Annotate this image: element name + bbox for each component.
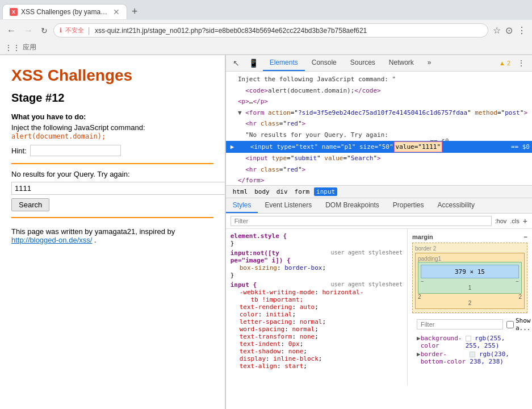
val: horizontal- — [322, 289, 363, 296]
computed-filter: Show a... — [417, 316, 523, 334]
footer-link[interactable]: http://blogged-on.de/xss/ — [11, 236, 92, 244]
hint-label: Hint: — [11, 147, 27, 155]
tab-network[interactable]: Network — [382, 55, 421, 71]
prop-expand[interactable]: ▶ — [417, 335, 421, 349]
cursor-tool-button[interactable]: ↖ — [228, 55, 244, 71]
val: none — [300, 333, 315, 340]
devtools-panel: ↖ 📱 Elements Console Sources Network » ▲… — [225, 55, 532, 409]
breadcrumb-body[interactable]: body — [252, 187, 272, 196]
tab-more[interactable]: » — [421, 55, 438, 71]
cls-button[interactable]: .cls — [510, 218, 520, 224]
tab-accessibility[interactable]: Accessibility — [431, 198, 481, 213]
tree-line[interactable]: <p>…</p> — [226, 96, 532, 107]
tab-title: XSS Challenges (by yamagata... — [21, 8, 110, 16]
tree-line[interactable]: <hr class="red"> — [226, 118, 532, 130]
tree-line[interactable]: </form> — [226, 175, 532, 185]
show-all-label[interactable]: Show a... — [506, 317, 531, 332]
color-swatch2 — [470, 352, 475, 357]
margin-row: border 2 — [415, 245, 525, 252]
apps-icon: ⋮⋮ — [5, 43, 20, 52]
tab-styles[interactable]: Styles — [226, 198, 258, 213]
val: none — [288, 348, 304, 355]
devtools-menu-button[interactable]: ⋮ — [513, 55, 530, 71]
breadcrumb-input[interactable]: input — [314, 187, 337, 196]
pad-left: − — [421, 278, 424, 285]
tab-event-listeners[interactable]: Event Listeners — [258, 198, 319, 213]
prop: word-spacing — [240, 325, 284, 333]
selector-cont-text: pe="image" i]) { — [231, 257, 291, 264]
margin-label2: border 2 — [415, 245, 436, 252]
security-icon: ℹ — [60, 27, 62, 34]
page-title: XSS Challenges — [11, 66, 213, 85]
prop-expand2[interactable]: ▶ — [417, 350, 421, 365]
computed-filter-input[interactable] — [417, 319, 503, 329]
task-desc-text: Inject the following JavaScript command: — [11, 123, 145, 132]
hov-button[interactable]: :hov — [495, 218, 507, 224]
rule-text-rendering: text-rendering: auto; — [231, 303, 403, 311]
devtools-actions: ▲ 2 ⋮ — [499, 55, 530, 71]
tab-sources[interactable]: Sources — [344, 55, 382, 71]
val-cont: tb !important; — [251, 296, 304, 303]
box-model: margin − border 2 padding1 — [407, 229, 532, 386]
tree-line[interactable]: <code>alert(document.domain);</code> — [226, 85, 532, 97]
tab-properties[interactable]: Properties — [386, 198, 431, 213]
tree-text: <p>…</p> — [231, 98, 268, 105]
tree-line[interactable]: <hr class="red"> — [226, 164, 532, 176]
element-style-selector: element.style { — [231, 232, 403, 240]
tree-close-tag: > — [443, 142, 447, 152]
val: auto — [300, 303, 315, 311]
input-not-selector: user agent stylesheet input:not([ty — [231, 249, 403, 257]
bookmark-button[interactable]: ☆ — [492, 24, 502, 37]
hint-input[interactable] — [30, 145, 121, 156]
selector-text: element.style { — [231, 232, 287, 240]
device-tool-button[interactable]: 📱 — [244, 55, 263, 71]
menu-button[interactable]: ⋮ — [516, 24, 527, 37]
tab-dom-breakpoints[interactable]: DOM Breakpoints — [319, 198, 386, 213]
rule-color: color: initial; — [231, 311, 403, 318]
selector-cont: pe="image" i]) { — [231, 257, 403, 264]
val: 0px — [288, 340, 300, 348]
tree-line[interactable]: "No results for your Query. Try again: =… — [226, 130, 532, 141]
selected-tree-line[interactable]: ▶ <input type="text" name="p1" size="50"… — [226, 141, 532, 153]
tab-console[interactable]: Console — [305, 55, 344, 71]
styles-tabs: Styles Event Listeners DOM Breakpoints P… — [226, 198, 532, 214]
styles-left: element.style { } user agent stylesheet … — [226, 229, 407, 386]
forward-button[interactable]: → — [22, 24, 35, 37]
tab-close-button[interactable]: ✕ — [113, 7, 120, 16]
tree-line[interactable]: <input type="submit" value="Search"> — [226, 153, 532, 164]
padding-bottom-val: 1 — [421, 285, 519, 291]
highlighted-value: value="1111" — [394, 141, 442, 153]
tree-line[interactable]: ▼ <form action="?sid=3f5e9eb24dec75ad10f… — [226, 107, 532, 119]
reload-button[interactable]: ↻ — [39, 25, 50, 36]
tree-text: <hr class="red"> — [231, 166, 306, 173]
tab-elements[interactable]: Elements — [263, 55, 305, 71]
content-size: 379 × 15 — [455, 268, 485, 276]
add-style-button[interactable]: + — [523, 216, 527, 226]
avatar-button[interactable]: ⊙ — [504, 24, 514, 37]
back-button[interactable]: ← — [5, 24, 18, 37]
styles-filter-bar: :hov .cls + — [226, 214, 532, 229]
margin-label: margin — [412, 233, 433, 240]
search-input[interactable] — [11, 182, 225, 195]
address-bar[interactable]: ℹ 不安全 │ xss-quiz.int21h.jp/stage_no012.p… — [53, 23, 488, 37]
divider-top — [11, 163, 213, 164]
new-tab-button[interactable]: + — [127, 3, 143, 20]
rule-text-shadow: text-shadow: none; — [231, 348, 403, 355]
breadcrumb-bar: html body div form input — [226, 185, 532, 198]
breadcrumb-form[interactable]: form — [292, 187, 312, 196]
task-label: What you have to do: — [11, 112, 213, 121]
apps-button[interactable]: ⋮⋮ 应用 — [5, 43, 36, 52]
computed-prop-border: ▶ border-bottom-color rgb(230, 238, 238) — [417, 350, 523, 366]
breadcrumb-html[interactable]: html — [231, 187, 250, 196]
styles-content: element.style { } user agent stylesheet … — [226, 229, 532, 386]
search-button[interactable]: Search — [11, 198, 49, 211]
footer-suffix: . — [94, 236, 97, 244]
styles-filter-input[interactable] — [231, 216, 492, 226]
active-tab[interactable]: X XSS Challenges (by yamagata... ✕ — [2, 4, 127, 19]
show-all-checkbox[interactable] — [506, 321, 514, 328]
breadcrumb-div[interactable]: div — [274, 187, 290, 196]
tab-favicon: X — [10, 8, 18, 16]
tree-line[interactable]: Inject the following JavaScript command:… — [226, 74, 532, 85]
val: start — [284, 362, 303, 370]
border-sides: 2 2 — [418, 294, 522, 300]
